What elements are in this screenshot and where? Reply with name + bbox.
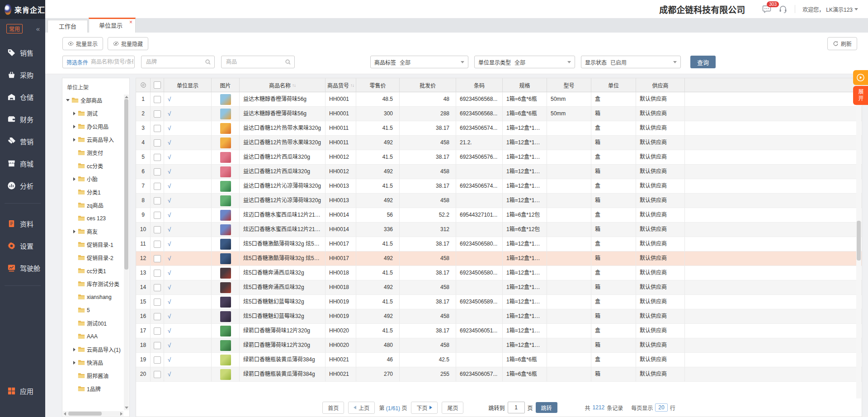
tree-item[interactable]: 分类1	[62, 185, 123, 199]
table-row[interactable]: 9 √ 炫迈口香糖水蜜西瓜味12片21.6g HH0014 56 52.2 69…	[136, 208, 862, 223]
tree-horizontal-scrollbar[interactable]	[63, 411, 123, 416]
support-headset-icon[interactable]	[778, 5, 788, 14]
tree-expand-icon[interactable]	[71, 230, 77, 233]
tree-item[interactable]: 促销目录-1	[62, 238, 123, 251]
tree-item[interactable]: xianshang	[62, 290, 123, 303]
row-checkbox[interactable]	[154, 255, 161, 262]
table-row[interactable]: 18 √ 绿箭口香糖薄荷味12片320g HH0020 480 458 1箱=1…	[136, 338, 862, 353]
row-checkbox[interactable]	[154, 342, 161, 349]
tree-expand-icon[interactable]	[71, 125, 77, 128]
unit-display-type-dropdown[interactable]: 单位显示类型 全部	[474, 56, 575, 68]
scroll-up-icon[interactable]	[125, 96, 128, 98]
messages-icon[interactable]: 303	[762, 5, 771, 14]
column-settings-gear-icon[interactable]	[140, 82, 146, 88]
table-row[interactable]: 4 √ 益达口香糖12片热带水果味320g HH0011 492 458 21.…	[136, 136, 862, 150]
batch-show-button[interactable]: 批量显示	[62, 37, 103, 50]
row-checkbox[interactable]	[154, 371, 161, 378]
row-checkbox[interactable]	[154, 241, 161, 248]
sidebar-item-驾驶舱[interactable]: 驾驶舱	[0, 257, 45, 279]
table-row[interactable]: 6 √ 益达口香糖12片西瓜味320g HH0012 492 458 1箱=12…	[136, 165, 862, 179]
table-row[interactable]: 3 √ 益达口香糖12片热带水果味320g HH0011 41.5 38.17 …	[136, 121, 862, 136]
row-checkbox[interactable]	[154, 154, 161, 161]
row-checkbox[interactable]	[154, 270, 161, 277]
tree-item[interactable]: 办公用品	[62, 120, 123, 133]
table-row[interactable]: 7 √ 益达口香糖12片沁凉薄荷味320g HH0013 41.5 38.17 …	[136, 179, 862, 194]
sidebar-item-分析[interactable]: 分析	[0, 175, 45, 197]
display-status-dropdown[interactable]: 显示状态 已启用	[581, 56, 681, 68]
search-icon[interactable]	[282, 59, 294, 65]
table-row[interactable]: 11 √ 炫5口香糖激酷薄荷味32g 炫5… HH0017 41.5 38.17…	[136, 237, 862, 251]
sort-icon[interactable]: ↑↓	[292, 83, 296, 88]
expand-button[interactable]: 展开	[853, 86, 868, 105]
tree-item[interactable]: 测试	[62, 107, 123, 120]
query-button[interactable]: 查询	[690, 56, 716, 68]
row-checkbox[interactable]	[154, 313, 161, 320]
row-checkbox[interactable]	[154, 197, 161, 204]
first-page-button[interactable]: 首页	[322, 402, 344, 414]
sidebar-item-营销[interactable]: 营销	[0, 130, 45, 152]
tree-item[interactable]: 测试001	[62, 317, 123, 330]
tree-expand-icon[interactable]	[71, 177, 77, 181]
tree-item[interactable]: 5	[62, 303, 123, 317]
row-checkbox[interactable]	[154, 96, 161, 103]
scrollbar-thumb[interactable]	[124, 99, 128, 270]
row-checkbox[interactable]	[154, 226, 161, 233]
tree-expand-icon[interactable]	[71, 361, 77, 365]
row-checkbox[interactable]	[154, 212, 161, 219]
select-all-checkbox[interactable]	[154, 81, 161, 89]
tree-expand-icon[interactable]	[65, 99, 71, 101]
product-input[interactable]	[225, 58, 282, 66]
table-row[interactable]: 5 √ 益达口香糖12片西瓜味320g HH0012 41.5 38.17 69…	[136, 150, 862, 165]
scrollbar-thumb[interactable]	[857, 221, 861, 261]
table-row[interactable]: 15 √ 炫5口香糖魅幻蓝莓味32g HH0019 41.5 38.17 692…	[136, 295, 862, 309]
scroll-down-icon[interactable]	[125, 407, 128, 409]
tree-item[interactable]: ces 123	[62, 212, 123, 225]
table-row[interactable]: 19 √ 绿箭口香糖瓶装黄瓜薄荷384g HH0021 46 42.5 1箱=6…	[136, 353, 862, 367]
sidebar-item-资料[interactable]: 资料	[0, 213, 45, 235]
table-row[interactable]: 13 √ 炫5口香糖奔涌西瓜味32g HH0018 41.5 38.17 692…	[136, 266, 862, 280]
sidebar-item-应用[interactable]: 应用	[0, 380, 45, 402]
table-row[interactable]: 17 √ 绿箭口香糖薄荷味12片320g HH0020 41.5 38.17 6…	[136, 324, 862, 338]
tree-item[interactable]: 商友	[62, 225, 123, 238]
next-page-button[interactable]: 下页	[411, 402, 438, 414]
sidebar-item-销售[interactable]: 销售	[0, 42, 45, 64]
sidebar-item-财务[interactable]: 财务	[0, 108, 45, 130]
row-checkbox[interactable]	[154, 356, 161, 364]
table-row[interactable]: 14 √ 炫5口香糖奔涌西瓜味32g HH0018 492 458 1箱=12盒…	[136, 280, 862, 295]
prev-page-button[interactable]: 上页	[348, 402, 375, 414]
per-page-input[interactable]: 20	[655, 403, 667, 412]
tree-item[interactable]: 小胎	[62, 172, 123, 185]
row-checkbox[interactable]	[154, 139, 161, 147]
sidebar-item-仓储[interactable]: 仓储	[0, 86, 45, 108]
row-checkbox[interactable]	[154, 183, 161, 190]
jump-page-input[interactable]	[508, 402, 525, 413]
search-icon[interactable]	[202, 59, 214, 65]
table-row[interactable]: 20 √ 绿箭口香糖瓶装黄瓜薄荷384g HH0021 270 255 6923…	[136, 367, 862, 382]
sidebar-item-设置[interactable]: 设置	[0, 235, 45, 257]
refresh-button[interactable]: 刷新	[827, 37, 857, 50]
collapse-sidebar-icon[interactable]: «	[36, 25, 40, 33]
close-tab-icon[interactable]: ×	[129, 19, 132, 25]
row-checkbox[interactable]	[154, 125, 161, 132]
brand-input[interactable]	[145, 58, 202, 66]
row-checkbox[interactable]	[154, 299, 161, 306]
row-checkbox[interactable]	[154, 110, 161, 118]
tree-item[interactable]: 快消品	[62, 356, 123, 369]
scrollbar-thumb[interactable]	[68, 412, 102, 416]
scroll-left-icon[interactable]	[64, 412, 66, 416]
tree-item[interactable]: cc分类	[62, 159, 123, 172]
tree-item[interactable]: cc分类1	[62, 264, 123, 277]
tree-item[interactable]: 测支付	[62, 146, 123, 159]
row-checkbox[interactable]	[154, 168, 161, 175]
tree-item[interactable]: 促销目录-2	[62, 251, 123, 264]
tab-workbench[interactable]: 工作台	[47, 20, 88, 33]
sidebar-item-采购[interactable]: 采购	[0, 64, 45, 86]
table-vertical-scrollbar[interactable]	[856, 92, 861, 398]
tree-item[interactable]: 全部商品	[62, 94, 123, 107]
sort-icon[interactable]: ↑↓	[350, 83, 354, 88]
scroll-right-icon[interactable]	[120, 412, 123, 416]
table-row[interactable]: 2 √ 益达木糖醇香橙薄荷味56g HH0001 300 288 6923450…	[136, 107, 862, 121]
tree-vertical-scrollbar[interactable]	[124, 95, 129, 410]
jump-button[interactable]: 跳转	[536, 402, 557, 413]
tree-expand-icon[interactable]	[71, 348, 77, 351]
